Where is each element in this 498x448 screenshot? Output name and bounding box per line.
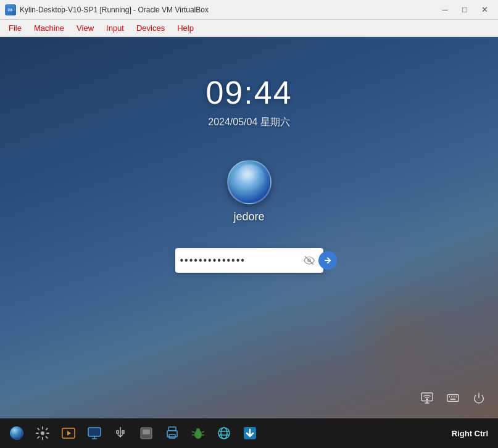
maximize-button[interactable]: □ xyxy=(456,4,473,16)
menu-help[interactable]: Help xyxy=(171,21,200,35)
titlebar: 2.6 Kylin-Desktop-V10-SP1 [Running] - Or… xyxy=(0,0,498,20)
keyboard-icon[interactable] xyxy=(446,391,460,409)
vm-viewport: 09:44 2024/05/04 星期六 jedore xyxy=(0,37,498,418)
menu-file[interactable]: File xyxy=(2,21,28,35)
avatar xyxy=(227,160,272,204)
svg-point-18 xyxy=(41,431,44,435)
taskbar-item-10[interactable] xyxy=(238,421,262,445)
taskbar-item-2[interactable] xyxy=(31,421,54,445)
svg-rect-28 xyxy=(169,434,175,438)
lockscreen: 09:44 2024/05/04 星期六 jedore xyxy=(0,37,498,418)
menu-devices[interactable]: Devices xyxy=(130,21,171,35)
svg-point-30 xyxy=(196,428,200,432)
svg-marker-20 xyxy=(67,431,71,436)
menu-view[interactable]: View xyxy=(70,21,100,35)
taskbar-item-6[interactable] xyxy=(135,421,158,445)
svg-point-15 xyxy=(10,426,23,440)
virtualbox-icon: 2.6 xyxy=(5,4,16,15)
minimize-button[interactable]: ─ xyxy=(436,4,454,16)
password-container xyxy=(175,248,323,273)
right-ctrl-label: Right Ctrl xyxy=(447,426,493,441)
svg-rect-21 xyxy=(88,428,101,436)
network-icon[interactable] xyxy=(420,391,434,409)
taskbar-item-9[interactable] xyxy=(212,421,236,445)
show-password-icon[interactable] xyxy=(304,255,315,266)
window-controls: ─ □ ✕ xyxy=(436,4,493,16)
lockscreen-bottom-icons xyxy=(420,391,486,409)
svg-line-31 xyxy=(192,431,194,433)
svg-point-8 xyxy=(426,399,428,400)
menu-input[interactable]: Input xyxy=(100,21,130,35)
taskbar-item-1[interactable] xyxy=(5,421,28,445)
date-display: 2024/05/04 星期六 xyxy=(208,116,290,129)
username-label: jedore xyxy=(233,210,264,223)
clock-display: 09:44 xyxy=(205,74,292,111)
taskbar-item-4[interactable] xyxy=(83,421,106,445)
svg-line-32 xyxy=(202,431,204,433)
svg-rect-9 xyxy=(447,395,459,402)
svg-rect-25 xyxy=(143,429,150,434)
login-submit-button[interactable] xyxy=(318,251,337,270)
svg-rect-26 xyxy=(168,427,176,431)
taskbar-item-7[interactable] xyxy=(160,421,184,445)
svg-point-35 xyxy=(218,428,230,439)
user-avatar-container: jedore xyxy=(227,160,272,236)
svg-point-36 xyxy=(221,428,227,439)
window-title: Kylin-Desktop-V10-SP1 [Running] - Oracle… xyxy=(20,6,436,14)
svg-text:2.6: 2.6 xyxy=(8,7,12,11)
taskbar-item-8[interactable] xyxy=(186,421,210,445)
taskbar: Right Ctrl xyxy=(0,418,498,448)
menubar: File Machine View Input Devices Help xyxy=(0,20,498,37)
power-icon[interactable] xyxy=(472,391,486,409)
close-button[interactable]: ✕ xyxy=(476,4,493,16)
taskbar-item-3[interactable] xyxy=(57,421,80,445)
menu-machine[interactable]: Machine xyxy=(28,21,70,35)
password-input[interactable] xyxy=(180,255,304,266)
taskbar-item-5[interactable] xyxy=(109,421,132,445)
